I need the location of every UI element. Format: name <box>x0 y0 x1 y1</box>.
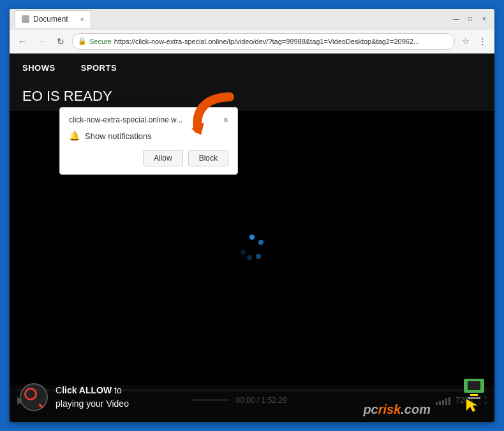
bottom-overlay: Click ALLOW to playing your Video pcrisk… <box>10 372 494 422</box>
block-button[interactable]: Block <box>188 150 228 166</box>
site-header: SHOWS SPORTS <box>10 54 494 82</box>
nav-sports[interactable]: SPORTS <box>81 63 117 73</box>
pcrisk-logo: pcrisk.com <box>363 402 431 417</box>
spinner-dot-3 <box>256 254 261 259</box>
menu-icon[interactable]: ⋮ <box>475 34 489 48</box>
popup-site-name: click-now-extra-special.online w... <box>69 115 182 124</box>
reload-btn[interactable]: ↻ <box>53 34 68 49</box>
tab-title: Document <box>33 15 68 24</box>
pcrisk-risk: risk <box>378 402 401 416</box>
allow-button[interactable]: Allow <box>143 150 183 166</box>
loading-spinner <box>239 235 265 260</box>
browser-tab[interactable]: Document × <box>15 10 91 28</box>
overlay-line2: playing your Video <box>56 397 129 411</box>
url-field[interactable]: 🔒 Secure https://click-now-extra-special… <box>72 33 455 50</box>
magnifier-dot <box>24 388 37 400</box>
overlay-text: Click ALLOW to playing your Video <box>56 384 129 411</box>
url-text: https://click-now-extra-special.online/l… <box>114 38 419 45</box>
forward-btn[interactable]: → <box>34 34 49 49</box>
bell-icon: 🔔 <box>69 131 80 141</box>
spinner-dot-2 <box>258 240 263 245</box>
magnifier-icon <box>20 383 48 411</box>
overlay-line1: Click ALLOW to <box>56 384 129 397</box>
tab-favicon <box>22 15 29 23</box>
address-actions: ☆ ⋮ <box>459 34 489 48</box>
secure-label: Secure <box>89 38 112 45</box>
title-bar: Document × — □ × <box>10 9 494 29</box>
spinner-dot-4 <box>247 255 252 260</box>
nav-shows[interactable]: SHOWS <box>22 63 56 73</box>
address-bar: ← → ↻ 🔒 Secure https://click-now-extra-s… <box>10 29 494 54</box>
page-content: SHOWS SPORTS EO IS READY ▶ � <box>10 54 494 422</box>
secure-icon: 🔒 <box>78 37 87 45</box>
hand-cursor-icon <box>464 397 482 417</box>
orange-arrow <box>188 91 239 142</box>
browser-window: Document × — □ × ← → ↻ 🔒 Secure https://… <box>10 9 494 422</box>
spinner-dot-1 <box>249 235 255 240</box>
svg-marker-0 <box>466 399 478 412</box>
maximize-btn[interactable]: □ <box>465 14 475 24</box>
click-suffix: to <box>112 385 122 395</box>
allow-highlight: lick ALLOW <box>62 385 112 395</box>
magnifier-handle <box>38 404 43 409</box>
back-btn[interactable]: ← <box>15 34 30 49</box>
pcrisk-pc: pc <box>363 402 378 416</box>
popup-buttons: Allow Block <box>69 150 228 166</box>
video-title: EO IS READY <box>22 88 112 104</box>
click-prefix: C <box>56 385 62 395</box>
tab-close-btn[interactable]: × <box>80 15 84 23</box>
pcrisk-dotcom: .com <box>401 402 431 416</box>
popup-notification-label: Show notifications <box>85 131 152 141</box>
minimize-btn[interactable]: — <box>451 14 461 24</box>
spinner-dot-5 <box>241 250 246 255</box>
window-controls: — □ × <box>451 14 489 24</box>
bookmark-icon[interactable]: ☆ <box>459 34 473 48</box>
close-btn[interactable]: × <box>479 14 489 24</box>
